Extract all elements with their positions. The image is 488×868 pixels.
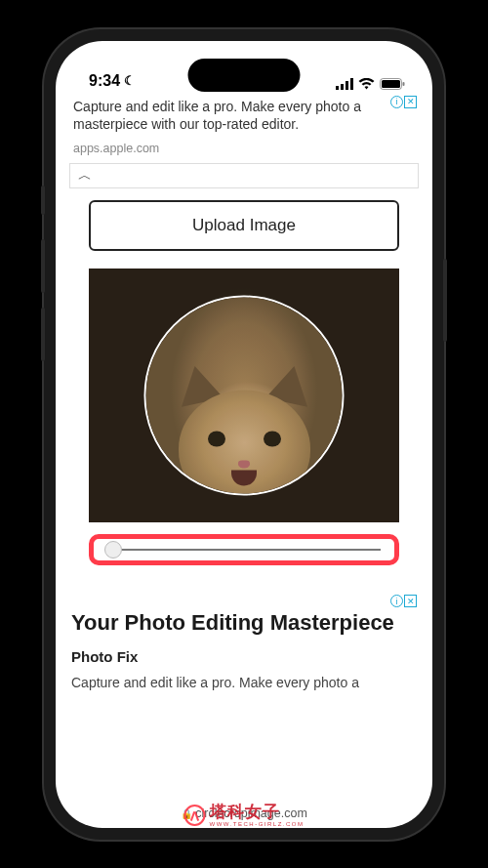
phone-screen: 9:34 ☾ i ✕ Capture xyxy=(56,41,432,828)
ad-bottom-brand: Photo Fix xyxy=(71,648,417,665)
ad-banner-bottom[interactable]: i ✕ Your Photo Editing Masterpiece Photo… xyxy=(69,593,419,689)
svg-rect-2 xyxy=(346,81,348,90)
watermark-main: 塔科女子 xyxy=(210,804,305,820)
chevron-up-icon: ︿ xyxy=(78,167,92,185)
ad-close-icon[interactable]: ✕ xyxy=(404,595,417,607)
svg-rect-3 xyxy=(350,78,353,90)
battery-icon xyxy=(380,78,405,90)
svg-rect-0 xyxy=(336,86,339,90)
ad-info-icon[interactable]: i xyxy=(390,595,403,607)
ad-top-domain: apps.apple.com xyxy=(73,142,415,155)
ad-banner-top[interactable]: i ✕ Capture and edit like a pro. Make ev… xyxy=(69,94,419,165)
zoom-slider-highlight xyxy=(89,534,399,565)
watermark: 塔科女子 WWW.TECH-GIRLZ.COM xyxy=(184,804,305,827)
ad-info-icon[interactable]: i xyxy=(390,96,403,108)
watermark-sub: WWW.TECH-GIRLZ.COM xyxy=(210,821,305,827)
svg-rect-1 xyxy=(341,84,344,90)
status-time: 9:34 xyxy=(89,72,120,90)
wifi-icon xyxy=(358,78,375,90)
ad-top-description: Capture and edit like a pro. Make every … xyxy=(73,98,415,135)
power-button xyxy=(443,259,447,342)
zoom-slider[interactable] xyxy=(107,549,381,551)
volume-up-button xyxy=(41,239,45,293)
circle-crop-frame[interactable] xyxy=(144,296,345,496)
ad-collapse-toggle[interactable]: ︿ xyxy=(69,164,419,188)
upload-image-button[interactable]: Upload Image xyxy=(89,200,399,251)
svg-rect-6 xyxy=(403,82,405,86)
svg-rect-5 xyxy=(382,80,400,88)
phone-frame: 9:34 ☾ i ✕ Capture xyxy=(44,29,444,840)
ad-bottom-description: Capture and edit like a pro. Make every … xyxy=(71,675,417,690)
watermark-logo-icon xyxy=(184,805,206,826)
cellular-signal-icon xyxy=(336,78,353,90)
zoom-slider-thumb[interactable] xyxy=(104,541,122,558)
dnd-moon-icon: ☾ xyxy=(124,73,136,88)
silent-switch xyxy=(41,186,45,215)
ad-bottom-title: Your Photo Editing Masterpiece xyxy=(71,610,417,636)
volume-down-button xyxy=(41,308,45,361)
crop-tool-section: Upload Image xyxy=(69,188,419,573)
ad-close-icon[interactable]: ✕ xyxy=(404,96,417,108)
image-preview[interactable] xyxy=(89,269,399,522)
dynamic-island xyxy=(188,59,301,92)
